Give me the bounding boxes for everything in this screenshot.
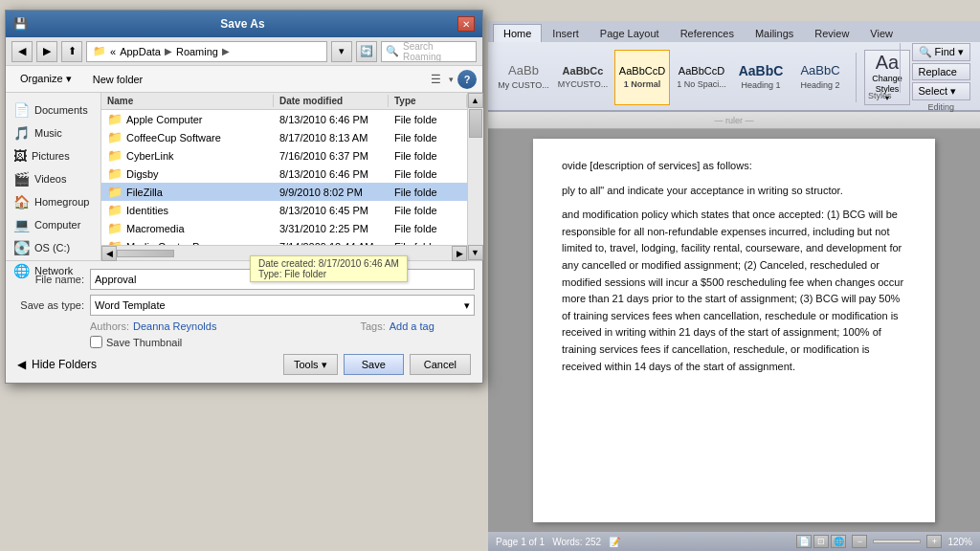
paragraph-1: ovide [description of services] as follo… xyxy=(562,158,906,175)
sidebar-label-computer: Computer xyxy=(34,219,80,231)
scroll-thumb[interactable] xyxy=(469,109,482,138)
sidebar-computer[interactable]: 💻 Computer xyxy=(6,213,100,236)
style-no-spacing[interactable]: AaBbCcD 1 No Spaci... xyxy=(674,50,729,105)
replace-button[interactable]: Replace xyxy=(912,63,970,80)
ribbon-divider-2 xyxy=(900,43,901,93)
select-button[interactable]: Select ▾ xyxy=(912,82,970,100)
file-row-identities[interactable]: 📁Identities 8/13/2010 6:45 PM File folde xyxy=(101,201,467,219)
file-row-filezilla[interactable]: 📁FileZilla 9/9/2010 8:02 PM File folde xyxy=(101,183,467,201)
nav-path-arrow2: ▶ xyxy=(222,46,230,56)
ribbon-content: AaBb My CUSTO... AaBbCc MYCUSTO... AaBbC… xyxy=(488,42,980,112)
file-row-digsby[interactable]: 📁Digsby 8/13/2010 6:46 PM File folde xyxy=(101,165,467,183)
sidebar-label-pictures: Pictures xyxy=(32,150,70,162)
nav-path-part1: « xyxy=(110,46,116,57)
hide-folders-label[interactable]: Hide Folders xyxy=(32,358,97,371)
file-list-area: Name Date modified Type 📁Apple Computer … xyxy=(101,93,467,260)
file-row-media-center[interactable]: 📁Media Center Programs 7/14/2009 12:44 A… xyxy=(101,237,467,245)
tab-home[interactable]: Home xyxy=(493,24,542,42)
sidebar-pictures[interactable]: 🖼 Pictures xyxy=(6,144,100,167)
zoom-slider[interactable] xyxy=(873,540,921,543)
zoom-level: 120% xyxy=(947,537,972,547)
dialog-close-button[interactable]: ✕ xyxy=(457,16,475,32)
zoom-in-btn[interactable]: + xyxy=(926,535,942,548)
nav-back-button[interactable]: ◀ xyxy=(11,41,33,62)
sidebar-homegroup[interactable]: 🏠 Homegroup xyxy=(6,190,100,213)
organize-button[interactable]: Organize ▾ xyxy=(11,70,80,88)
tools-button[interactable]: Tools ▾ xyxy=(283,354,338,375)
tab-view[interactable]: View xyxy=(859,24,903,42)
tab-review[interactable]: Review xyxy=(804,24,859,42)
music-icon: 🎵 xyxy=(13,125,30,141)
documents-icon: 📄 xyxy=(13,102,30,118)
page-content-area: ovide [description of services] as follo… xyxy=(533,139,935,522)
file-row-coffeecup[interactable]: 📁CoffeeCup Software 8/17/2010 8:13 AM Fi… xyxy=(101,128,467,146)
file-date-filezilla: 9/9/2010 8:02 PM xyxy=(274,186,389,199)
vertical-scrollbar[interactable]: ▲ ▼ xyxy=(467,93,482,260)
file-row-cyberlink[interactable]: 📁CyberLink 7/16/2010 6:37 PM File folde xyxy=(101,146,467,165)
scroll-track[interactable] xyxy=(468,108,483,245)
nav-up-button[interactable]: ⬆ xyxy=(61,41,82,62)
zoom-out-btn[interactable]: − xyxy=(852,535,867,548)
view-dropdown-arrow[interactable]: ▾ xyxy=(449,75,454,84)
hscroll-right-btn[interactable]: ▶ xyxy=(452,246,467,261)
tags-label: Tags: xyxy=(360,320,385,332)
nav-path-icon: 📁 xyxy=(93,45,106,57)
tags-value[interactable]: Add a tag xyxy=(390,320,434,332)
find-button[interactable]: 🔍 Find ▾ xyxy=(912,43,970,61)
view-toggle-button[interactable]: ☰ xyxy=(426,70,445,89)
help-button[interactable]: ? xyxy=(457,70,477,89)
scroll-down-btn[interactable]: ▼ xyxy=(468,245,483,260)
savetype-row: Save as type: Word Template ▾ xyxy=(13,295,475,316)
sidebar-label-videos: Videos xyxy=(34,173,66,185)
tab-mailings[interactable]: Mailings xyxy=(745,24,804,42)
save-button[interactable]: Save xyxy=(344,354,404,375)
tab-references[interactable]: References xyxy=(670,24,745,42)
tab-page-layout[interactable]: Page Layout xyxy=(590,24,670,42)
savetype-dropdown[interactable]: Word Template ▾ xyxy=(90,295,475,316)
nav-path[interactable]: 📁 « AppData ▶ Roaming ▶ xyxy=(86,41,327,62)
file-row-macromedia[interactable]: 📁Macromedia 3/31/2010 2:25 PM File folde xyxy=(101,219,467,237)
authors-label: Authors: xyxy=(90,320,129,332)
style-mycusto[interactable]: AaBbCc MYCUSTO... xyxy=(555,50,611,105)
tab-insert[interactable]: Insert xyxy=(542,24,590,42)
file-name-filezilla: 📁FileZilla xyxy=(101,184,274,200)
cancel-button[interactable]: Cancel xyxy=(410,354,471,375)
sidebar-music[interactable]: 🎵 Music xyxy=(6,121,100,144)
view-print-btn[interactable]: 📄 xyxy=(796,535,812,548)
style-label-my-custom: My CUSTO... xyxy=(498,80,548,90)
nav-forward-button[interactable]: ▶ xyxy=(36,41,57,62)
style-normal[interactable]: AaBbCcD 1 Normal xyxy=(614,50,670,105)
document-page[interactable]: ovide [description of services] as follo… xyxy=(488,129,980,532)
style-label-heading1: Heading 1 xyxy=(741,80,780,90)
file-date-coffeecup: 8/17/2010 8:13 AM xyxy=(274,131,389,144)
nav-refresh[interactable]: 🔄 xyxy=(356,41,377,62)
file-tooltip: Date created: 8/17/2010 6:46 AM Type: Fi… xyxy=(250,255,408,282)
view-fullscreen-btn[interactable]: ⊡ xyxy=(813,535,829,548)
new-folder-button[interactable]: New folder xyxy=(84,71,152,88)
sidebar-os-c[interactable]: 💽 OS (C:) xyxy=(6,236,100,259)
thumbnail-checkbox[interactable] xyxy=(90,336,102,348)
file-type-apple: File folde xyxy=(389,113,467,126)
style-preview-mycusto: AaBbCc xyxy=(563,65,604,77)
editing-group: 🔍 Find ▾ Replace Select ▾ Editing xyxy=(912,43,970,112)
nav-path-dropdown[interactable]: ▾ xyxy=(331,41,352,62)
os-c-icon: 💽 xyxy=(13,240,30,255)
authors-value[interactable]: Deanna Reynolds xyxy=(133,320,216,332)
search-box[interactable]: 🔍 Search Roaming xyxy=(381,41,477,62)
videos-icon: 🎬 xyxy=(13,171,30,187)
style-label-normal: 1 Normal xyxy=(624,79,661,89)
style-heading1[interactable]: AaBbC Heading 1 xyxy=(733,50,789,105)
hscroll-thumb[interactable] xyxy=(117,250,174,257)
view-web-btn[interactable]: 🌐 xyxy=(831,535,846,548)
file-row-apple[interactable]: 📁Apple Computer 8/13/2010 6:46 PM File f… xyxy=(101,110,467,128)
thumbnail-row: Save Thumbnail xyxy=(13,336,475,348)
sidebar-videos[interactable]: 🎬 Videos xyxy=(6,167,100,190)
style-my-custom[interactable]: AaBb My CUSTO... xyxy=(496,50,551,105)
scroll-up-btn[interactable]: ▲ xyxy=(468,93,483,108)
statusbar-right: 📄 ⊡ 🌐 − + 120% xyxy=(796,535,972,548)
sidebar-documents[interactable]: 📄 Documents xyxy=(6,99,100,121)
style-heading2[interactable]: AaBbC Heading 2 xyxy=(792,50,848,105)
file-list-header: Name Date modified Type xyxy=(101,93,467,110)
hscroll-left-btn[interactable]: ◀ xyxy=(101,246,117,261)
folder-icon: 📁 xyxy=(107,112,122,126)
